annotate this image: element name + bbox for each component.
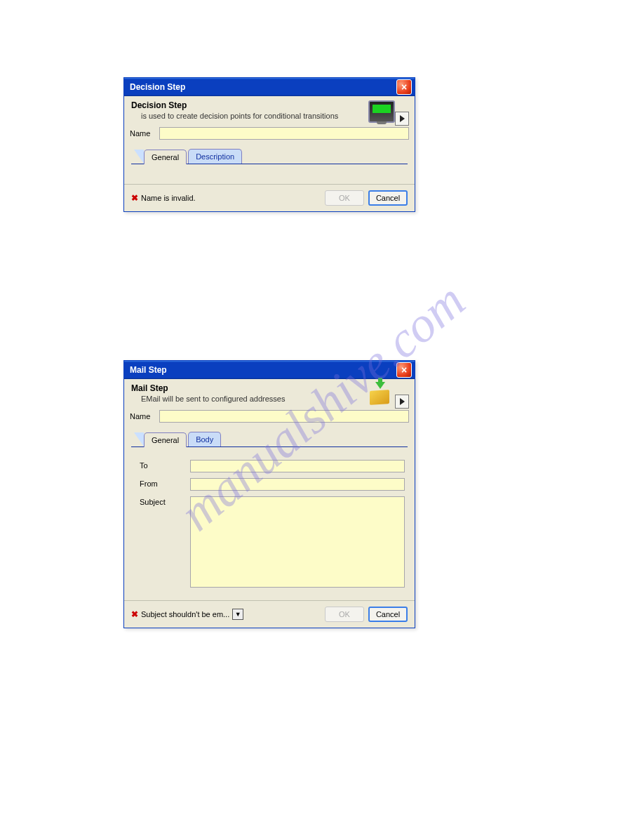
titlebar[interactable]: Decision Step × [124, 78, 415, 96]
to-label: To [140, 460, 190, 472]
subject-label: Subject [140, 496, 190, 588]
tab-general[interactable]: General [144, 150, 187, 164]
decision-step-dialog: Decision Step × Decision Step is used to… [123, 77, 415, 212]
dialog-header-description: EMail will be sent to configured address… [131, 395, 368, 403]
name-input[interactable] [159, 410, 409, 423]
subject-input[interactable] [190, 496, 405, 588]
error-icon: ✖ [131, 193, 138, 203]
close-icon[interactable]: × [396, 362, 412, 378]
cancel-button[interactable]: Cancel [368, 607, 408, 622]
from-input[interactable] [190, 478, 405, 491]
dialog-header-description: is used to create decision points for co… [131, 112, 368, 120]
tab-general[interactable]: General [144, 432, 187, 447]
name-label: Name [130, 129, 159, 138]
tabs: General Description [131, 148, 408, 164]
error-text: Subject shouldn't be em... [141, 610, 229, 618]
monitor-icon [368, 100, 394, 124]
titlebar-text: Mail Step [130, 365, 167, 375]
titlebar-text: Decision Step [130, 82, 185, 92]
error-dropdown-icon[interactable]: ▼ [232, 609, 243, 620]
error-text: Name is invalid. [141, 194, 196, 202]
to-input[interactable] [190, 460, 405, 472]
tab-description[interactable]: Description [188, 149, 242, 164]
name-input[interactable] [159, 127, 409, 140]
dialog-header-title: Mail Step [131, 383, 368, 393]
close-icon[interactable]: × [396, 79, 412, 95]
error-icon: ✖ [131, 609, 138, 619]
ok-button: OK [325, 190, 364, 206]
dialog-header-title: Decision Step [131, 100, 368, 110]
mail-step-dialog: Mail Step × Mail Step EMail will be sent… [123, 360, 415, 628]
play-button[interactable] [395, 112, 409, 126]
from-label: From [140, 478, 190, 491]
play-button[interactable] [395, 395, 409, 409]
cancel-button[interactable]: Cancel [368, 190, 408, 206]
titlebar[interactable]: Mail Step × [124, 361, 415, 379]
tabs: General Body [131, 431, 408, 447]
ok-button: OK [325, 607, 364, 622]
tab-body[interactable]: Body [188, 432, 221, 446]
name-label: Name [130, 412, 159, 421]
box-download-icon [368, 383, 394, 407]
